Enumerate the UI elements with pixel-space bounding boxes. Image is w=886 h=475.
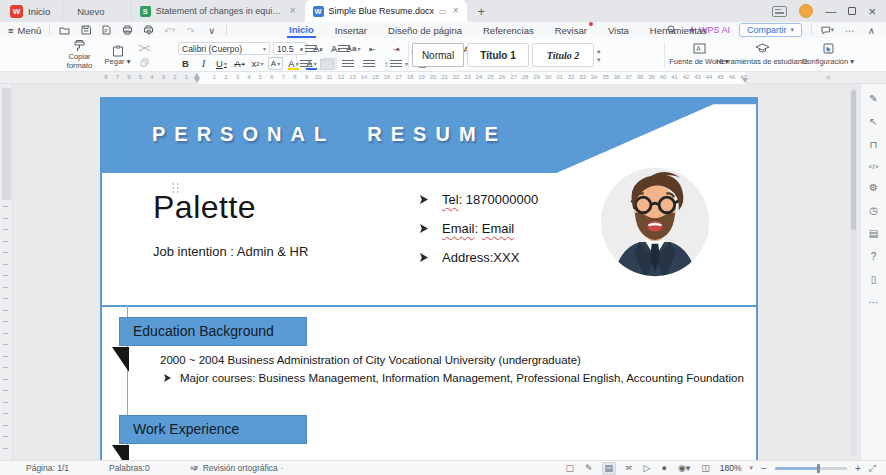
file-tab[interactable]: WSimple Blue Resume.docx▭× [305,0,468,22]
print-icon[interactable] [121,24,134,36]
ribbon-tab-herramientas[interactable]: Herramientas [648,24,709,37]
decrease-indent-button[interactable]: ⇤ [365,43,380,56]
print-preview-icon[interactable] [142,24,155,36]
save-icon[interactable] [79,24,92,36]
edit-pen-icon[interactable]: ✎ [869,94,877,104]
align-center-button[interactable] [321,60,333,69]
zoom-dropdown-icon[interactable]: ▾ [750,464,754,472]
zoom-slider-knob[interactable] [817,464,820,473]
web-layout-icon[interactable]: ≍ [623,463,635,474]
tab-close-icon[interactable]: × [452,6,460,16]
contact-item[interactable]: Tel: 1870000000 [420,185,538,214]
scrollbar-thumb[interactable] [851,90,856,230]
export-pdf-icon[interactable]: P [100,24,113,36]
contact-list[interactable]: Tel: 1870000000Email: EmailAddress:XXX [420,185,538,272]
student-tools-button[interactable]: Herramientas de estudiante [714,41,810,69]
section-header-work[interactable]: Work Experience [119,415,307,444]
copy-icon[interactable] [138,56,151,68]
code-icon[interactable]: </> [868,163,878,170]
play-icon[interactable]: ▷ [642,463,653,474]
style-preset-título-1[interactable]: Título 1 [467,43,529,67]
ribbon-tab-revisar[interactable]: Revisar [553,24,589,37]
file-tab[interactable]: SStatement of changes in equity te...× [131,0,305,22]
history-clock-icon[interactable]: ◷ [869,206,878,216]
close-button[interactable]: × [868,5,876,18]
customize-toolbar-icon[interactable]: ∨ [205,24,218,36]
numbered-list-button[interactable]: 1▾ [332,45,356,54]
word-count[interactable]: Palabras:0 [109,463,150,473]
help-icon[interactable]: ? [871,252,877,262]
justify-button[interactable] [363,60,375,69]
align-left-button[interactable] [300,60,312,69]
minimize-button[interactable]: — [825,6,836,17]
style-preset-normal[interactable]: Normal [412,43,464,67]
new-document-tab[interactable]: Nuevo [62,0,130,22]
paste-button[interactable]: Pegar ▾ [105,44,131,67]
italic-button[interactable]: I [196,57,211,70]
page-indicator[interactable]: Página: 1/1 [26,463,69,473]
tab-options-icon[interactable]: ▭ [439,7,447,16]
education-line[interactable]: 2000 ~ 2004 Business Administration of C… [160,354,581,366]
fit-page-icon[interactable]: ◫ [699,463,712,474]
align-right-button[interactable] [342,60,354,69]
notes-icon[interactable]: ▤ [869,229,878,239]
zoom-out-button[interactable]: − [761,463,767,474]
home-tab[interactable]: W Inicio [0,0,62,22]
contact-item[interactable]: Address:XXX [420,243,538,272]
superscript-button[interactable]: x2▾ [250,57,265,70]
redo-icon[interactable]: ↷ [184,24,197,36]
page-view-icon[interactable]: ▢ [563,463,576,474]
more-options-icon[interactable]: ⋯ [843,24,856,36]
fullscreen-icon[interactable]: ⤢ [869,463,876,474]
more-icon[interactable]: ⋯ [869,298,879,308]
ribbon-tab-inicio[interactable]: Inicio [287,23,316,38]
eye-protect-icon[interactable]: ◉▾ [676,463,692,474]
print-layout-icon[interactable]: ▤ [602,462,617,475]
cut-icon[interactable]: ✂ [138,42,151,54]
ribbon-tab-insertar[interactable]: Insertar [333,24,369,37]
settings-button[interactable]: Configuración ▾ [798,41,858,69]
line-spacing-button[interactable]: ↕▾ [384,60,408,69]
vertical-ruler[interactable] [0,84,13,460]
device-icon[interactable]: ▯ [871,275,877,285]
zoom-in-button[interactable]: + [855,463,861,474]
ribbon-tab-referencias[interactable]: Referencias [481,24,536,37]
horizontal-ruler[interactable]: ≡ 87654321123456789101112131415161718192… [0,72,886,84]
contact-item[interactable]: Email: Email [420,214,538,243]
ribbon-tab-vista[interactable]: Vista [606,24,631,37]
share-button[interactable]: Compartir ▾ [739,23,802,37]
job-intention[interactable]: Job intention : Admin & HR [153,244,308,259]
document-page[interactable]: PERSONAL RESUME [100,97,758,460]
document-canvas[interactable]: PERSONAL RESUME [0,84,886,460]
increase-indent-button[interactable]: ⇥ [389,43,404,56]
section-header-education[interactable]: Education Background [119,317,307,346]
ribbon-tab-diseño-de-página[interactable]: Diseño de página [386,24,464,37]
strikethrough-button[interactable]: A▾ [232,57,247,70]
ruler-settings-icon[interactable]: ≡ [826,74,830,81]
font-name-combo[interactable]: Calibri (Cuerpo)▾ [178,42,270,55]
select-cursor-icon[interactable]: ↖ [869,117,877,127]
open-file-icon[interactable] [58,24,71,36]
settings-sliders-icon[interactable]: ⚙ [869,183,878,193]
lock-icon[interactable]: ⊓ [870,140,878,150]
style-preset-título-2[interactable]: Título 2 [532,43,594,67]
bold-button[interactable]: B [178,57,193,70]
focus-mode-icon[interactable]: ● [660,463,669,474]
maximize-button[interactable] [848,7,856,15]
copy-format-button[interactable]: Copiar formato [63,39,97,70]
underline-button[interactable]: U▾ [214,57,229,70]
education-bullet[interactable]: Major courses: Business Management, Info… [164,372,744,384]
character-border-button[interactable]: A▾ [268,57,283,70]
bullet-list-button[interactable]: •▾ [300,45,323,54]
collapse-ribbon-icon[interactable]: ∧ [865,24,878,36]
account-avatar[interactable] [799,4,813,18]
main-menu-button[interactable]: ≡ Menú [8,25,41,36]
spellcheck-status[interactable]: AB Revisión ortográfica · [190,463,284,473]
workspace-card-icon[interactable] [772,6,787,17]
zoom-level[interactable]: 180% [720,463,742,473]
edit-mode-icon[interactable]: ✎ [583,463,595,474]
undo-icon[interactable]: ↶▾ [163,24,176,36]
vertical-scrollbar[interactable] [850,88,857,456]
comment-icon[interactable]: ▾ [821,24,834,36]
add-tab-button[interactable]: + [467,4,495,19]
